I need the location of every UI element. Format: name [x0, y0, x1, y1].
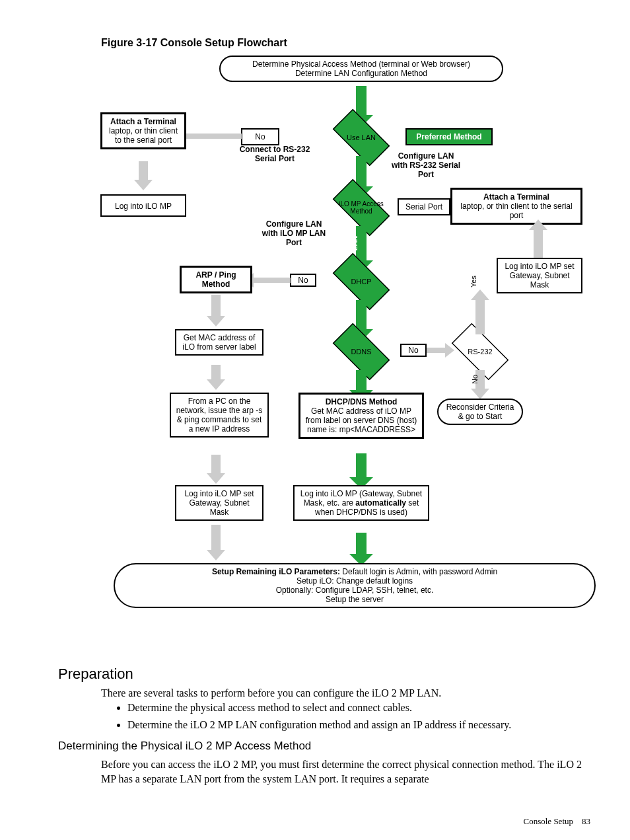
footer-page-number: 83: [582, 816, 590, 826]
box-attach-terminal-right: Attach a Terminal laptop, or thin client…: [450, 188, 582, 225]
arrowhead-icon: [207, 550, 225, 560]
box-login-bottom-center: Log into iLO MP (Gateway, Subnet Mask, e…: [293, 485, 429, 521]
heading-preparation: Preparation: [58, 666, 133, 683]
page-footer: Console Setup 83: [524, 816, 590, 827]
arrow-icon: [139, 161, 148, 181]
decision-label: DDNS: [325, 332, 398, 371]
footer-label: Console Setup: [524, 816, 573, 826]
end-line2: Setup iLO: Change default logins: [119, 576, 590, 586]
arrow-icon: [211, 365, 221, 381]
arrow-icon: [534, 229, 543, 258]
edge-yes: Yes: [349, 375, 357, 387]
decision-rs232: RS-232: [444, 332, 516, 371]
heading-determining: Determining the Physical iLO 2 MP Access…: [58, 740, 311, 753]
arrow-icon: [211, 525, 221, 551]
edge-lan: LAN: [351, 236, 359, 251]
decision-dhcp: DHCP: [325, 262, 398, 301]
dhcp-dns-header: DHCP/DNS Method: [304, 397, 418, 406]
edge-yes: Yes: [349, 309, 357, 321]
edge-serial-port: Serial Port: [398, 198, 450, 215]
edge-yes: Yes: [470, 276, 477, 287]
end-tail: Default login is Admin, with password Ad…: [340, 567, 497, 576]
edge-yes: Yes: [349, 162, 357, 174]
arrowhead-icon: [529, 219, 547, 230]
paragraph-determining: Before you can access the iLO 2 MP, you …: [101, 757, 590, 786]
arrow-icon: [186, 134, 242, 139]
flow-end: Setup Remaining iLO Parameters: Default …: [114, 563, 596, 608]
arrow-icon: [356, 453, 367, 480]
end-line3: Optionally: Configure LDAP, SSH, telnet,…: [119, 586, 590, 595]
decision-use-lan: Use LAN: [325, 118, 398, 157]
edge-no: No: [241, 128, 279, 145]
flow-start: Determine Physical Access Method (termin…: [219, 56, 503, 82]
arrowhead-icon: [134, 180, 153, 190]
arrowhead-icon: [207, 379, 225, 390]
arrow-icon: [254, 278, 291, 283]
edge-no: No: [290, 274, 316, 287]
console-setup-flowchart: Determine Physical Access Method (termin…: [100, 56, 604, 644]
arrowhead-icon: [471, 289, 489, 300]
cfg-lan-mp: Configure LAN with iLO MP LAN Port: [258, 219, 330, 247]
box-attach-terminal-left: Attach a Terminal laptop, or thin client…: [100, 112, 186, 149]
preferred-method-label: Preferred Method: [405, 128, 493, 145]
box-dhcp-dns: DHCP/DNS Method Get MAC address of iLO M…: [298, 393, 424, 439]
arrowhead-icon: [207, 316, 225, 326]
decision-ddns: DDNS: [325, 332, 398, 371]
decision-label: iLO MP Access Method: [325, 188, 398, 227]
decision-label: RS-232: [444, 332, 516, 371]
box-login-left: Log into iLO MP: [100, 194, 186, 217]
edge-no: No: [400, 344, 427, 357]
box-reconsider: Reconsider Criteria & go to Start: [437, 399, 523, 425]
arrow-icon: [211, 295, 221, 317]
box-arp-ping: ARP / Ping Method: [180, 266, 252, 293]
decision-label: DHCP: [325, 262, 398, 301]
edge-no: No: [471, 375, 479, 384]
flow-start-line2: Determine LAN Configuration Method: [225, 69, 498, 78]
decision-access-method: iLO MP Access Method: [325, 188, 398, 227]
connect-rs232-label: Connect to RS-232 Serial Port: [235, 145, 314, 163]
box-login-right: Log into iLO MP set Gateway, Subnet Mask: [497, 258, 582, 293]
dhcp-dns-body: Get MAC address of iLO MP from label on …: [304, 406, 418, 434]
end-line4: Setup the server: [119, 595, 590, 604]
box-get-mac: Get MAC address of iLO from server label: [175, 329, 263, 356]
attach-terminal-header: Attach a Terminal: [106, 117, 180, 126]
bullet-list: Determine the physical access method to …: [101, 701, 616, 734]
decision-label: Use LAN: [325, 118, 398, 157]
arrow-icon: [356, 86, 367, 118]
arrowhead-icon: [207, 473, 225, 484]
login-bc-auto: automatically: [355, 498, 406, 508]
document-page: Figure 3-17 Console Setup Flowchart Dete…: [0, 0, 630, 840]
arrow-icon: [475, 299, 485, 334]
box-from-pc: From a PC on the network, issue the arp …: [170, 393, 269, 438]
end-line1: Setup Remaining iLO Parameters: Default …: [119, 567, 590, 576]
preferred-method-text: Preferred Method: [416, 132, 481, 141]
attach-terminal-body: laptop, or thin client to the serial por…: [456, 202, 577, 220]
cfg-lan-rs232: Configure LAN with RS-232 Serial Port: [390, 151, 462, 179]
arrowhead-icon: [471, 389, 489, 399]
paragraph-preparation: There are several tasks to perform befor…: [101, 686, 590, 701]
list-item: Determine the iLO 2 MP LAN configuration…: [127, 718, 616, 732]
arrow-icon: [211, 455, 221, 475]
attach-terminal-header: Attach a Terminal: [456, 192, 577, 202]
box-login-bottom-left: Log into iLO MP set Gateway, Subnet Mask: [175, 485, 263, 521]
flow-start-line1: Determine Physical Access Method (termin…: [225, 59, 498, 69]
end-header: Setup Remaining iLO Parameters:: [212, 567, 340, 576]
figure-caption: Figure 3-17 Console Setup Flowchart: [101, 37, 287, 49]
arrow-icon: [356, 533, 367, 556]
list-item: Determine the physical access method to …: [127, 701, 616, 715]
attach-terminal-body: laptop, or thin client to the serial por…: [106, 126, 180, 145]
